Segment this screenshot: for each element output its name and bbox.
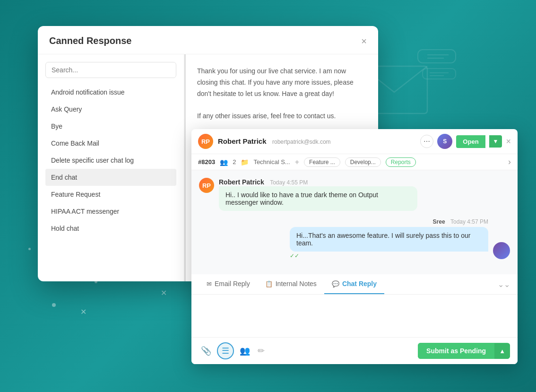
modal-sidebar: Android notification issue Ask Query Bye… (38, 54, 184, 281)
list-item[interactable]: Delete specific user chat log (45, 152, 176, 169)
svg-rect-1 (418, 50, 456, 63)
member-count: 2 (233, 158, 236, 166)
deco-x-1: ✕ (80, 307, 86, 316)
members-icon: 👥 (220, 158, 228, 166)
open-button[interactable]: Open (456, 135, 485, 148)
list-item[interactable]: Come Back Mail (45, 135, 176, 152)
reply-footer: 📎 ☰ 👥 ✏ Submit as Pending ▲ (191, 337, 518, 364)
chat-user-email: robertpatrick@sdk.com (272, 139, 331, 145)
open-dropdown-button[interactable]: ▼ (489, 135, 502, 148)
close-chat-button[interactable]: × (506, 137, 511, 147)
tag-feature[interactable]: Feature ... (304, 157, 340, 167)
tag-develop[interactable]: Develop... (345, 157, 381, 167)
list-item[interactable]: Hold chat (45, 220, 176, 237)
list-item-end-chat[interactable]: End chat (45, 169, 176, 186)
chat-subheader: #8203 👥 2 📁 Technical S... + Feature ...… (191, 154, 518, 170)
agent-avatar: S (437, 134, 452, 149)
sender-avatar: RP (199, 178, 214, 193)
canned-search-input[interactable] (45, 62, 176, 78)
preview-text: Thank you for using our live chat servic… (197, 66, 367, 99)
add-tag-button[interactable]: + (295, 158, 299, 166)
email-icon: ✉ (207, 280, 212, 287)
tab-email-reply[interactable]: ✉ Email Reply (199, 274, 258, 294)
more-options-button[interactable]: ⋯ (420, 135, 433, 148)
message-bubble: Hi.. I would like to have a true dark th… (219, 186, 417, 211)
user-info: Robert Patrick robertpatrick@sdk.com (218, 137, 331, 146)
expand-panel-button[interactable]: › (508, 157, 511, 167)
list-item[interactable]: Feature Request (45, 186, 176, 203)
deco-dot-3 (28, 248, 31, 250)
message-time-right: Today 4:57 PM (450, 218, 488, 225)
tab-chat-reply-label: Chat Reply (342, 280, 377, 287)
header-actions: ⋯ S Open ▼ × (420, 134, 511, 149)
notes-icon: 📋 (265, 280, 273, 287)
modal-close-button[interactable]: × (361, 36, 367, 46)
agent-avatar-right (493, 242, 510, 259)
message-content: Robert Patrick Today 4:55 PM Hi.. I woul… (219, 178, 417, 211)
message-sender-right: Sree (433, 218, 445, 225)
attachment-button[interactable]: 📎 (199, 344, 213, 358)
message-row-right: Sree Today 4:57 PM Hi...That's an awesom… (199, 218, 510, 259)
expand-tabs-button[interactable]: ⌄⌄ (498, 280, 510, 289)
message-bubble-right: Hi...That's an awesome feature. I will s… (290, 227, 488, 252)
tab-email-reply-label: Email Reply (215, 280, 250, 287)
ticket-number: #8203 (198, 158, 215, 166)
deco-x-2: ✕ (161, 288, 167, 297)
canned-response-button[interactable]: ☰ (217, 342, 234, 359)
list-item[interactable]: Bye (45, 118, 176, 135)
chat-panel: RP Robert Patrick robertpatrick@sdk.com … (191, 129, 518, 364)
list-item[interactable]: Ask Query (45, 101, 176, 118)
modal-header: Canned Response × (38, 26, 378, 54)
chat-user-name: Robert Patrick (218, 137, 267, 145)
team-button[interactable]: 👥 (238, 344, 252, 358)
avatar-initials: RP (201, 138, 210, 145)
chat-reply-input[interactable] (199, 300, 510, 329)
deco-dot-1 (52, 303, 56, 307)
chat-messages: RP Robert Patrick Today 4:55 PM Hi.. I w… (191, 170, 518, 274)
reply-tabs: ✉ Email Reply 📋 Internal Notes 💬 Chat Re… (191, 274, 518, 295)
reply-area (191, 295, 518, 337)
emoji-button[interactable]: ✏ (256, 344, 267, 358)
modal-title: Canned Response (49, 35, 131, 46)
chat-header: RP Robert Patrick robertpatrick@sdk.com … (191, 129, 518, 154)
tab-chat-reply[interactable]: 💬 Chat Reply (324, 274, 384, 294)
canned-list: Android notification issue Ask Query Bye… (45, 84, 176, 237)
submit-dropdown-button[interactable]: ▲ (494, 343, 510, 359)
message-time: Today 4:55 PM (270, 179, 308, 186)
submit-button-group: Submit as Pending ▲ (418, 343, 510, 359)
avatar: RP (198, 134, 213, 149)
tag-reports[interactable]: Reports (386, 157, 416, 167)
folder-name: Technical S... (253, 158, 290, 166)
message-content-right: Sree Today 4:57 PM Hi...That's an awesom… (290, 218, 488, 259)
message-row-left: RP Robert Patrick Today 4:55 PM Hi.. I w… (199, 178, 510, 211)
submit-pending-button[interactable]: Submit as Pending (418, 343, 494, 359)
chat-icon: 💬 (332, 280, 339, 287)
list-item[interactable]: Android notification issue (45, 84, 176, 101)
folder-icon: 📁 (241, 158, 249, 166)
preview-text-2: If any other issues arise, feel free to … (197, 111, 367, 122)
list-item[interactable]: HIPAA ACT messenger (45, 203, 176, 220)
tab-internal-notes[interactable]: 📋 Internal Notes (258, 274, 324, 294)
message-sender: Robert Patrick (219, 178, 264, 186)
message-status: ✓✓ (290, 253, 488, 259)
tab-internal-notes-label: Internal Notes (276, 280, 317, 287)
